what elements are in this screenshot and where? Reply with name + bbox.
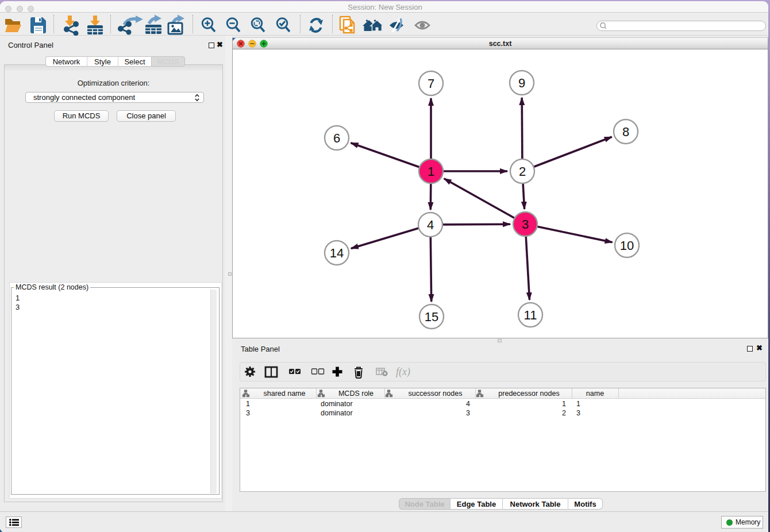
svg-text:7: 7 (428, 76, 434, 91)
svg-text:14: 14 (330, 246, 344, 260)
svg-text:6: 6 (333, 131, 340, 145)
svg-text:15: 15 (425, 310, 438, 324)
svg-text:f(x): f(x) (396, 366, 410, 378)
svg-text:4: 4 (427, 218, 434, 232)
svg-text:1: 1 (428, 164, 434, 179)
svg-text:11: 11 (524, 308, 537, 322)
svg-text:3: 3 (522, 217, 529, 232)
svg-text:2: 2 (519, 164, 526, 179)
svg-text:8: 8 (622, 125, 629, 139)
svg-text:9: 9 (518, 76, 525, 90)
svg-text:10: 10 (620, 238, 634, 253)
